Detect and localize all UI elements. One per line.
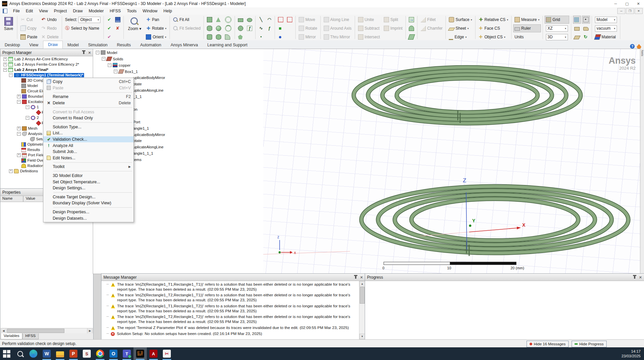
toolbar-global-plane[interactable] <box>573 33 581 41</box>
tab-automation[interactable]: Automation <box>135 41 166 49</box>
toolbar-draw-line[interactable]: ╲ <box>257 16 265 24</box>
viewport-3d[interactable]: Z Y X z x 0 10 20 (mm) Ansys 2024 R2 <box>263 49 640 274</box>
toolbar-draw-ellipse[interactable] <box>246 16 254 24</box>
toolbar-draw-helix[interactable] <box>224 16 233 24</box>
pin-icon[interactable] <box>83 51 84 54</box>
mdi-restore-button[interactable]: ❐ <box>626 8 634 14</box>
model-node-box1-1[interactable]: −Box1_1 <box>114 69 138 74</box>
scroll-thumb[interactable] <box>360 287 365 304</box>
model-node-fragment[interactable]: otate <box>133 82 142 86</box>
taskbar-powerpoint[interactable]: P <box>67 347 80 360</box>
context-menu-list[interactable]: List... <box>43 130 133 136</box>
minimize-button[interactable]: ─ <box>610 0 621 7</box>
toolbar-draw-torus[interactable] <box>215 33 223 41</box>
toolbar-draw-equation-surface[interactable]: ƒ <box>246 24 254 32</box>
toolbar-draw-cylinder[interactable] <box>206 24 214 32</box>
message-item[interactable]: ─!The trace 'im(Zt(Rectangle1_T1,Rectang… <box>106 304 357 313</box>
expand-icon[interactable]: + <box>3 57 7 61</box>
menu-view[interactable]: View <box>36 8 51 14</box>
toolbar-object-cs[interactable]: Object CS▾ <box>477 33 510 41</box>
expand-icon[interactable]: − <box>102 57 105 61</box>
toolbar-snap-settings[interactable] <box>582 16 590 24</box>
taskbar-clock[interactable]: 14:17 23/03/2025 <box>621 349 641 358</box>
context-menu-validation-check[interactable]: ✔Validation Check... <box>43 136 133 143</box>
toolbar-view-dimension[interactable]: 3D▾ <box>545 33 569 41</box>
taskbar-outlook[interactable]: O <box>107 347 120 360</box>
context-menu-copy[interactable]: CopyCtrl+C <box>43 79 133 85</box>
close-icon[interactable]: ✕ <box>639 276 642 279</box>
toolbar-refresh-cs[interactable]: ↻ <box>582 33 590 41</box>
tab-desktop[interactable]: Desktop <box>0 41 25 49</box>
toolbar-plane-small[interactable] <box>277 33 285 41</box>
toolbar-fit-all[interactable]: Fit All <box>172 16 202 24</box>
toolbar-grid-settings[interactable] <box>573 16 581 24</box>
tab-simulation[interactable]: Simulation <box>83 41 112 49</box>
toolbar-relative-cs[interactable]: Relative CS▾ <box>477 16 510 24</box>
context-menu-solution-type[interactable]: Solution Type... <box>43 124 133 130</box>
expand-icon[interactable]: + <box>17 127 21 130</box>
toolbar-point-small[interactable] <box>277 24 285 32</box>
tab-draw[interactable]: Draw <box>43 41 63 49</box>
taskbar-word[interactable]: W <box>40 347 53 360</box>
tree-item-lab-2-ansys-ferrite-core-efficiency-2[interactable]: +Lab 2 Ansys Ferrite-Core Efficiency 2* <box>1 62 93 67</box>
menu-draw[interactable]: Draw <box>70 8 85 14</box>
context-menu-design-datasets[interactable]: Design Datasets... <box>43 215 133 221</box>
menu-modeler[interactable]: Modeler <box>86 8 107 14</box>
expand-icon[interactable]: − <box>17 132 21 136</box>
menu-edit[interactable]: Edit <box>23 8 36 14</box>
toolbar-face-cs[interactable]: Face CS <box>477 24 510 32</box>
toolbar-display-mode[interactable]: Model▾ <box>594 16 618 24</box>
context-menu-toolkit[interactable]: Toolkit▶ <box>43 164 133 170</box>
taskbar-search[interactable] <box>13 347 27 360</box>
toolbar-material[interactable]: Material <box>594 33 618 41</box>
model-node-fragment[interactable]: _1_1 <box>133 95 142 99</box>
toolbar-rotate-view[interactable]: Rotate▾ <box>144 24 168 32</box>
taskbar-chrome[interactable] <box>93 347 107 360</box>
toolbar-draw-polyhedron[interactable] <box>206 33 214 41</box>
expand-icon[interactable]: + <box>17 95 21 98</box>
toolbar-sheet[interactable]: Sheet▾ <box>447 24 473 32</box>
properties-hscrollbar[interactable]: ◀ ▶ <box>1 328 93 333</box>
properties-tab-hfss[interactable]: HFSS <box>22 333 39 339</box>
scroll-down-icon[interactable]: ▼ <box>359 334 365 339</box>
toolbar-select-by-name[interactable]: Select by Name <box>64 24 102 32</box>
close-button[interactable]: ✕ <box>633 0 644 7</box>
taskbar-explorer[interactable] <box>53 347 67 360</box>
toolbar-sweep-along-path[interactable] <box>286 16 294 24</box>
toolbar-connect[interactable] <box>407 24 415 32</box>
expand-icon[interactable]: − <box>26 116 29 120</box>
taskbar-teams[interactable]: T <box>120 347 133 360</box>
expand-icon[interactable]: + <box>17 153 21 157</box>
toolbar-draw-box[interactable] <box>206 16 214 24</box>
taskbar-edge[interactable] <box>27 347 40 360</box>
toolbar-surface[interactable]: Surface▾ <box>447 16 473 24</box>
context-menu-convert-to-read-only[interactable]: Convert to Read Only <box>43 115 133 121</box>
properties-column-name[interactable]: Name <box>0 196 24 202</box>
expand-icon[interactable]: − <box>3 68 7 72</box>
message-vscrollbar[interactable]: ▲ ▼ <box>359 281 365 339</box>
message-item[interactable]: ─✕Solution Setup: No solution setups hav… <box>106 331 357 336</box>
toolbar-draw-regular-polygon[interactable] <box>237 33 245 41</box>
toolbar-draw-point[interactable]: • <box>257 33 265 41</box>
expand-icon[interactable]: − <box>114 70 117 73</box>
taskbar-solidworks[interactable]: S <box>80 347 93 360</box>
toolbar-measure[interactable]: Measure▾ <box>513 16 541 24</box>
pin-icon[interactable] <box>355 276 356 279</box>
maximize-button[interactable]: ▢ <box>621 0 633 7</box>
toolbar-draw-spline[interactable]: ∿ <box>257 24 265 32</box>
mdi-close-button[interactable]: ✕ <box>635 8 643 14</box>
toolbar-ruler[interactable]: Ruler <box>513 24 541 32</box>
model-node-fragment[interactable]: angle1_1_1 <box>133 151 153 155</box>
toolbar-units[interactable]: Units <box>513 33 541 41</box>
help-icon[interactable]: ? <box>630 44 635 49</box>
toolbar-save[interactable]: Save <box>2 16 15 41</box>
toolbar-pan[interactable]: Pan <box>144 16 168 24</box>
pin-icon[interactable] <box>634 276 635 279</box>
properties-tab-variables[interactable]: Variables <box>1 333 22 339</box>
hide-messages-button[interactable]: Hide 16 Messages <box>527 341 569 347</box>
taskbar-snip[interactable]: ✂ <box>160 347 174 360</box>
context-menu-rename[interactable]: RenameF2 <box>43 94 133 100</box>
model-node-fragment[interactable]: Port <box>133 120 140 124</box>
message-item[interactable]: ─!The report 'Terminal Z Parameter Plot … <box>106 325 357 330</box>
toolbar-check-small[interactable] <box>105 24 113 32</box>
